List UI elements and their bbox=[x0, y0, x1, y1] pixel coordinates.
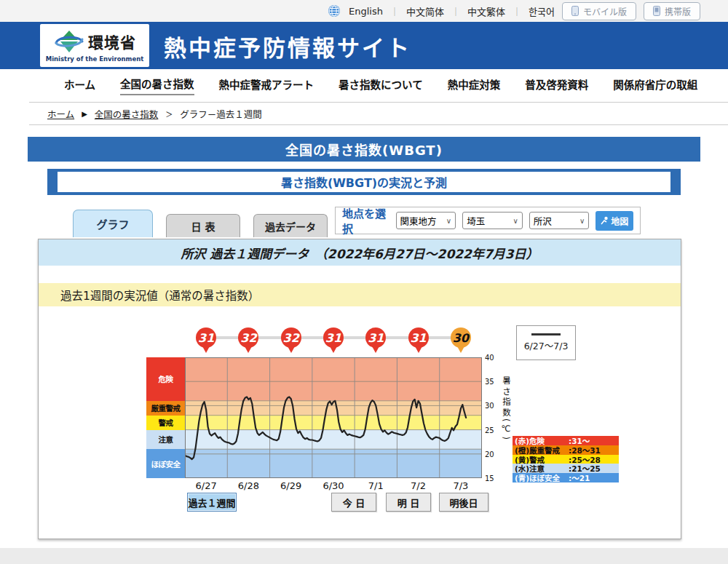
line-legend-label: 6/27～7/3 bbox=[524, 338, 569, 352]
wbgt-line-chart bbox=[185, 357, 482, 478]
map-button[interactable]: 地図 bbox=[596, 211, 633, 231]
today-button[interactable]: 今 日 bbox=[331, 493, 376, 512]
daily-max-marker[interactable]: 32 bbox=[281, 327, 301, 348]
lang-link-zh-cn[interactable]: 中文简体 bbox=[406, 4, 444, 18]
x-tick: 6/30 bbox=[317, 480, 349, 491]
risk-band-label: 厳重警戒 bbox=[146, 401, 185, 416]
x-tick: 6/28 bbox=[232, 480, 264, 491]
x-tick: 6/29 bbox=[275, 480, 307, 491]
chart-section-label: 過去1週間の実況値（通常の暑さ指数） bbox=[39, 283, 681, 306]
daily-max-marker-tail bbox=[372, 346, 379, 353]
lang-link-english[interactable]: English bbox=[349, 6, 383, 17]
nav-item-gov-efforts[interactable]: 関係府省庁の取組 bbox=[613, 76, 697, 95]
daily-max-marker-tail bbox=[245, 346, 252, 353]
breadcrumb-section-link[interactable]: 全国の暑さ指数 bbox=[95, 107, 159, 121]
daily-max-marker-tail bbox=[457, 346, 464, 353]
page-subtitle: 暑さ指数(WBGT)の実況と予測 bbox=[58, 172, 670, 192]
tabs-row: グラフ 日 表 過去データ 地点を選択 関東地方∨ 埼玉∨ 所沢∨ 地図 bbox=[0, 210, 728, 237]
risk-band-labels: 危険厳重警戒警戒注意ほぼ安全 bbox=[146, 357, 185, 478]
site-title: 熱中症予防情報サイト bbox=[164, 29, 411, 62]
ministry-logo-subtitle: Ministry of the Environment bbox=[46, 55, 144, 63]
breadcrumb-current: グラフ－過去１週間 bbox=[180, 107, 262, 121]
risk-band-label: ほぼ安全 bbox=[146, 449, 185, 478]
ministry-logo-title: 環境省 bbox=[88, 31, 136, 52]
x-tick: 7/3 bbox=[445, 480, 477, 491]
nav-item-alert[interactable]: 熱中症警戒アラート bbox=[219, 76, 314, 95]
x-tick: 7/2 bbox=[403, 480, 435, 491]
day-after-tomorrow-button[interactable]: 明後日 bbox=[439, 493, 488, 512]
lang-link-korean[interactable]: 한국어 bbox=[529, 4, 555, 18]
y-tick: 40 bbox=[485, 354, 504, 362]
daily-max-marker[interactable]: 30 bbox=[451, 327, 471, 348]
nav-item-countermeasures[interactable]: 熱中症対策 bbox=[448, 76, 501, 95]
threshold-legend: (赤)危険:31～(橙)厳重警戒:28～31(黄)警戒:25～28(水)注意:2… bbox=[513, 436, 619, 482]
prefecture-select[interactable]: 埼玉∨ bbox=[462, 212, 523, 229]
line-legend-swatch bbox=[531, 333, 561, 335]
x-tick: 6/27 bbox=[190, 480, 222, 491]
location-selector: 地点を選択 関東地方∨ 埼玉∨ 所沢∨ 地図 bbox=[335, 207, 641, 234]
risk-band-label: 警戒 bbox=[146, 416, 185, 430]
daily-max-marker[interactable]: 31 bbox=[196, 327, 216, 348]
phone-icon bbox=[653, 6, 660, 16]
ministry-logo[interactable]: 環境省 Ministry of the Environment bbox=[40, 24, 149, 67]
daily-max-marker[interactable]: 31 bbox=[323, 327, 344, 348]
risk-band-label: 注意 bbox=[146, 430, 185, 450]
lang-separator: ｜ bbox=[451, 5, 460, 17]
nav-item-about-wbgt[interactable]: 暑さ指数について bbox=[339, 76, 423, 95]
y-tick: 20 bbox=[485, 450, 504, 458]
lang-separator: ｜ bbox=[390, 5, 399, 17]
daily-max-marker-tail bbox=[415, 346, 422, 353]
chevron-down-icon: ∨ bbox=[513, 217, 518, 225]
page-title: 全国の暑さ指数(WBGT) bbox=[28, 137, 700, 162]
point-select[interactable]: 所沢∨ bbox=[529, 212, 590, 229]
footer-strip bbox=[0, 548, 728, 564]
page-subtitle-bar: 暑さ指数(WBGT)の実況と予測 bbox=[47, 169, 681, 195]
line-legend: 6/27～7/3 bbox=[516, 325, 576, 360]
chevron-down-icon: ∨ bbox=[579, 217, 585, 225]
utility-bar: English ｜ 中文简体 ｜ 中文繁体 ｜ 한국어 モバイル版 携帯版 bbox=[0, 0, 728, 22]
nav-item-home[interactable]: ホーム bbox=[64, 76, 95, 95]
daily-max-marker-tail bbox=[202, 346, 210, 353]
tab-past-data[interactable]: 過去データ bbox=[253, 214, 328, 237]
chevron-down-icon: ∨ bbox=[446, 217, 451, 225]
breadcrumb: ホーム ▶ 全国の暑さ指数 ＞ グラフ－過去１週間 bbox=[29, 102, 728, 125]
x-tick: 7/1 bbox=[360, 480, 392, 491]
tab-graph[interactable]: グラフ bbox=[73, 210, 153, 237]
risk-band-label: 危険 bbox=[146, 357, 185, 401]
main-nav: ホーム 全国の暑さ指数 熱中症警戒アラート 暑さ指数について 熱中症対策 普及啓… bbox=[0, 69, 728, 102]
ministry-logo-icon bbox=[53, 29, 85, 54]
map-pin-icon bbox=[601, 216, 609, 225]
past-week-button[interactable]: 過去１週間 bbox=[187, 493, 237, 512]
breadcrumb-arrow-icon: ▶ bbox=[82, 110, 87, 118]
daily-max-marker[interactable]: 31 bbox=[408, 327, 429, 348]
daily-max-marker-tail bbox=[288, 346, 295, 353]
location-selector-label: 地点を選択 bbox=[342, 205, 389, 236]
breadcrumb-separator: ＞ bbox=[165, 108, 173, 119]
mobile-version-button[interactable]: モバイル版 bbox=[562, 2, 636, 20]
breadcrumb-home-link[interactable]: ホーム bbox=[47, 107, 74, 121]
chart-panel: 所沢 過去１週間データ （2022年6月27日～2022年7月3日） 過去1週間… bbox=[38, 239, 681, 539]
globe-icon bbox=[328, 5, 340, 17]
phone-icon bbox=[571, 6, 579, 16]
site-header: 環境省 Ministry of the Environment 熱中症予防情報サ… bbox=[0, 22, 728, 69]
nav-item-wbgt-national[interactable]: 全国の暑さ指数 bbox=[120, 76, 194, 95]
nav-item-materials[interactable]: 普及啓発資料 bbox=[525, 76, 588, 95]
chart-title: 所沢 過去１週間データ （2022年6月27日～2022年7月3日） bbox=[39, 239, 681, 266]
lang-separator: ｜ bbox=[513, 5, 521, 17]
daily-max-marker[interactable]: 32 bbox=[238, 327, 258, 348]
daily-max-marker-tail bbox=[330, 346, 337, 353]
feature-phone-version-button[interactable]: 携帯版 bbox=[644, 2, 700, 20]
y-axis-title: 暑さ指数(℃) bbox=[500, 376, 512, 442]
lang-link-zh-tw[interactable]: 中文繁体 bbox=[467, 4, 505, 18]
y-tick: 15 bbox=[485, 474, 504, 482]
tomorrow-button[interactable]: 明 日 bbox=[386, 493, 431, 512]
tab-daily-table[interactable]: 日 表 bbox=[166, 214, 240, 237]
threshold-legend-row: (青)ほぼ安全:～21 bbox=[513, 473, 619, 482]
daily-max-marker[interactable]: 31 bbox=[365, 327, 386, 348]
region-select[interactable]: 関東地方∨ bbox=[396, 212, 456, 229]
